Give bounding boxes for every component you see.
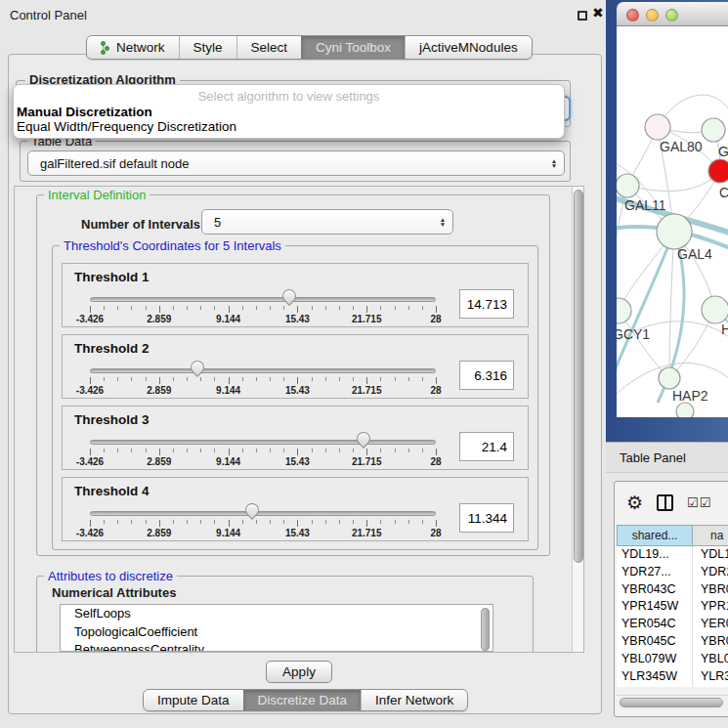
network-graph[interactable]: GAL80GACGAL11GAL4GCY1HHAP2 xyxy=(617,26,728,417)
number-of-intervals-label: Number of Intervals xyxy=(81,217,200,232)
scale-label: 21.715 xyxy=(352,528,382,538)
column-header-name[interactable]: na xyxy=(693,525,728,546)
tab-impute-data[interactable]: Impute Data xyxy=(144,690,243,710)
table-panel: ⚙ ☑☑ shared... na YDL19...YDL1YDR27...YD… xyxy=(614,481,728,717)
scale-label: -3.426 xyxy=(76,456,104,467)
cell-shared-name: YPR145W xyxy=(617,598,693,616)
tab-network[interactable]: Network xyxy=(87,36,179,59)
table-row[interactable]: YPR145WYPR1 xyxy=(617,598,728,616)
settings-vertical-scrollbar[interactable] xyxy=(572,187,584,652)
network-node[interactable] xyxy=(645,114,670,140)
option-equal-width-frequency[interactable]: Equal Width/Frequency Discretization xyxy=(14,119,564,134)
network-window-titlebar[interactable] xyxy=(617,2,728,26)
table-panel-titlebar: Table Panel xyxy=(606,442,728,473)
slider-thumb[interactable] xyxy=(242,500,262,520)
table-toolbar: ⚙ ☑☑ xyxy=(615,482,728,523)
scale-label: 2.859 xyxy=(147,456,171,467)
threshold-label: Threshold 2 xyxy=(74,341,150,356)
tab-cyni-toolbox[interactable]: Cyni Toolbox xyxy=(301,36,405,59)
network-node[interactable] xyxy=(702,296,728,323)
cell-name: YIL0 xyxy=(693,685,728,687)
option-manual-discretization[interactable]: Manual Discretization xyxy=(14,105,564,119)
tab-jactivemnodules[interactable]: jActiveMNodules xyxy=(405,36,532,59)
threshold-value-field[interactable] xyxy=(459,361,514,390)
network-node[interactable] xyxy=(657,214,692,249)
threshold-2-panel: Threshold 2-3.4262.8599.14415.4321.71528 xyxy=(62,334,529,399)
slider-major-ticks xyxy=(90,520,437,527)
slider-track[interactable] xyxy=(90,368,436,373)
network-node[interactable] xyxy=(702,118,725,142)
tab-style[interactable]: Style xyxy=(179,36,236,59)
close-icon[interactable]: ✖ xyxy=(592,5,604,21)
list-scrollbar[interactable] xyxy=(481,608,490,651)
table-row[interactable]: YIL052CYIL0 xyxy=(617,685,728,687)
cell-shared-name: YIL052C xyxy=(617,685,693,687)
tab-impute-data-label: Impute Data xyxy=(157,693,230,707)
cell-shared-name: YDR27... xyxy=(617,564,693,581)
table-row[interactable]: YER054CYER0 xyxy=(617,616,728,633)
scale-label: 9.144 xyxy=(216,456,240,467)
table-row[interactable]: YLR345WYLR3 xyxy=(617,668,728,686)
gear-icon[interactable]: ⚙ xyxy=(626,493,643,512)
slider-thumb[interactable] xyxy=(188,358,207,377)
table-row[interactable]: YBR045CYBR0 xyxy=(617,633,728,651)
list-item-betweennesscentrality[interactable]: BetweennessCentrality xyxy=(61,641,492,652)
scale-label: 21.715 xyxy=(352,314,382,324)
scale-label: 28 xyxy=(430,314,441,324)
threshold-value-field[interactable] xyxy=(459,503,514,533)
slider-track[interactable] xyxy=(90,297,436,302)
settings-scroll-region: Interval Definition Number of Intervals … xyxy=(14,186,584,653)
tab-infer-network[interactable]: Infer Network xyxy=(361,690,467,710)
cell-name: YBR0 xyxy=(693,633,728,651)
float-window-icon[interactable] xyxy=(578,11,587,21)
scale-label: 15.43 xyxy=(285,528,310,538)
tab-infer-network-label: Infer Network xyxy=(375,693,453,707)
scrollbar-thumb[interactable] xyxy=(574,190,583,563)
table-row[interactable]: YBL079WYBL0 xyxy=(617,651,728,668)
slider-track[interactable] xyxy=(90,440,436,445)
tab-discretize-data[interactable]: Discretize Data xyxy=(243,690,362,710)
cell-name: YLR3 xyxy=(693,668,728,686)
cell-shared-name: YLR345W xyxy=(617,668,693,686)
table-data-combobox[interactable]: galFiltered.sif default node ▲▼ xyxy=(27,150,565,176)
tab-select-label: Select xyxy=(251,40,288,55)
table-row[interactable]: YDL19...YDL1 xyxy=(617,546,728,564)
slider-major-ticks xyxy=(90,377,437,384)
tab-select[interactable]: Select xyxy=(236,36,302,59)
network-node[interactable] xyxy=(659,367,680,389)
threshold-label: Threshold 4 xyxy=(74,484,150,498)
slider-thumb[interactable] xyxy=(354,429,373,449)
apply-button[interactable]: Apply xyxy=(266,661,332,683)
scrollbar-thumb[interactable] xyxy=(620,698,723,707)
checkbox-icons[interactable]: ☑☑ xyxy=(687,495,711,510)
close-traffic-light-icon[interactable] xyxy=(626,9,639,21)
column-layout-icon[interactable] xyxy=(657,494,673,511)
threshold-value-field[interactable] xyxy=(459,432,514,461)
minimize-traffic-light-icon[interactable] xyxy=(646,9,659,21)
number-of-intervals-combobox[interactable]: 5 ▲▼ xyxy=(201,209,453,235)
table-header-row: shared... na xyxy=(617,525,728,546)
zoom-traffic-light-icon[interactable] xyxy=(665,9,678,21)
threshold-value-field[interactable] xyxy=(459,289,514,319)
table-row[interactable]: YBR043CYBR0 xyxy=(617,581,728,599)
table-horizontal-scrollbar[interactable] xyxy=(617,695,728,708)
network-node[interactable] xyxy=(708,159,728,183)
node-label: GAL80 xyxy=(660,139,703,154)
table-row[interactable]: YDR27...YDR2 xyxy=(617,564,728,581)
network-node[interactable] xyxy=(617,174,639,197)
network-node[interactable] xyxy=(617,298,631,323)
threshold-label: Threshold 1 xyxy=(74,270,150,284)
column-header-shared-name[interactable]: shared... xyxy=(617,525,693,546)
list-item-topologicalcoefficient[interactable]: TopologicalCoefficient xyxy=(61,623,492,642)
slider-thumb[interactable] xyxy=(279,286,299,306)
list-item-selfloops[interactable]: SelfLoops xyxy=(61,605,492,623)
network-edge[interactable] xyxy=(627,171,720,192)
scale-label: 15.43 xyxy=(285,456,310,467)
slider-track[interactable] xyxy=(90,511,436,516)
network-edge[interactable] xyxy=(669,232,674,378)
scale-label: -3.426 xyxy=(76,314,104,324)
network-node[interactable] xyxy=(676,403,694,417)
panel-title: Control Panel xyxy=(10,8,87,22)
network-canvas[interactable]: GAL80GACGAL11GAL4GCY1HHAP2 xyxy=(617,26,728,417)
cyni-bottom-tabs: Impute Data Discretize Data Infer Networ… xyxy=(143,689,468,711)
